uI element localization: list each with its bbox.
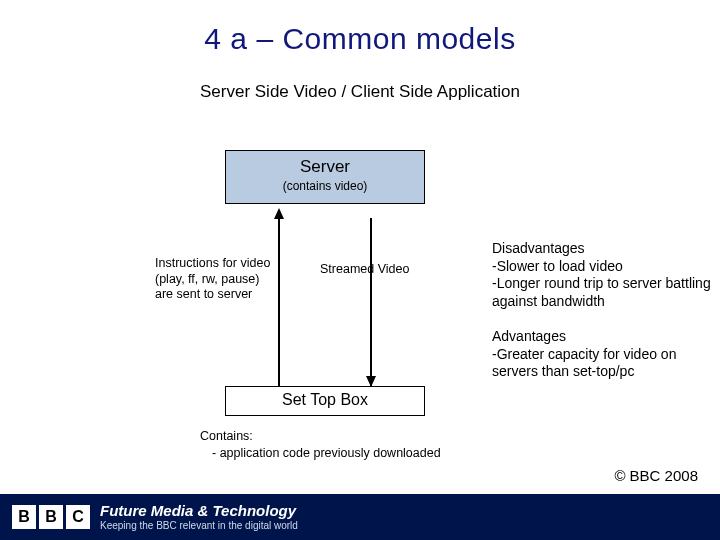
arrow-up-line	[278, 218, 280, 386]
advantages-head: Advantages	[492, 328, 712, 346]
bbc-b2: B	[39, 505, 63, 529]
streamed-label: Streamed Video	[320, 262, 440, 276]
footer-line2: Keeping the BBC relevant in the digital …	[100, 520, 298, 531]
advantage-1: -Greater capacity for video on servers t…	[492, 346, 712, 381]
bbc-logo: B B C	[12, 505, 90, 529]
server-sub: (contains video)	[226, 179, 424, 193]
stb-box: Set Top Box	[225, 386, 425, 416]
arrow-down-line	[370, 218, 372, 386]
footer-line1: Future Media & Technology	[100, 503, 298, 520]
instructions-label: Instructions for video (play, ff, rw, pa…	[155, 256, 275, 303]
stb-name: Set Top Box	[282, 391, 368, 408]
disadvantage-2: -Longer round trip to server battling ag…	[492, 275, 712, 310]
contains-line1: - application code previously downloaded	[212, 445, 441, 462]
stb-contains: Contains: - application code previously …	[200, 428, 441, 462]
server-box: Server (contains video)	[225, 150, 425, 204]
footer-bar: B B C Future Media & Technology Keeping …	[0, 494, 720, 540]
contains-head: Contains:	[200, 428, 441, 445]
footer-text: Future Media & Technology Keeping the BB…	[100, 503, 298, 531]
server-name: Server	[226, 157, 424, 177]
pros-cons: Disadvantages -Slower to load video -Lon…	[492, 240, 712, 381]
bbc-c: C	[66, 505, 90, 529]
slide-subtitle: Server Side Video / Client Side Applicat…	[0, 82, 720, 102]
disadvantages-head: Disadvantages	[492, 240, 712, 258]
copyright: © BBC 2008	[614, 467, 698, 484]
disadvantage-1: -Slower to load video	[492, 258, 712, 276]
bbc-b1: B	[12, 505, 36, 529]
arrow-up-head	[274, 208, 284, 219]
slide-title: 4 a – Common models	[0, 22, 720, 56]
